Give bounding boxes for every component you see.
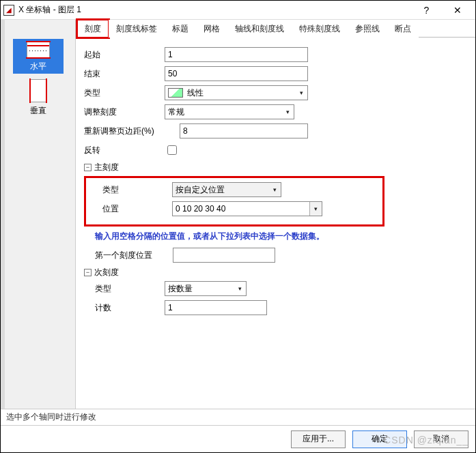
label-rescale-margin: 重新调整页边距(%) — [84, 126, 180, 137]
tab-grids[interactable]: 网格 — [196, 20, 227, 38]
chevron-down-icon: ▾ — [281, 105, 294, 119]
input-start[interactable] — [165, 47, 308, 62]
select-value: 按自定义位置 — [176, 184, 225, 196]
linear-preview-icon — [168, 88, 183, 98]
window-title: X 坐标轴 - 图层 1 — [18, 4, 81, 16]
axis-list: 水平 垂直 — [1, 20, 76, 409]
label-major-position: 位置 — [92, 203, 172, 215]
select-value: 线性 — [187, 87, 204, 99]
axis-thumb-vertical — [30, 79, 46, 102]
collapse-icon: − — [84, 269, 92, 276]
ok-button[interactable]: 确定 — [352, 430, 407, 448]
tab-label: 特殊刻度线 — [299, 24, 340, 33]
select-minor-type[interactable]: 按数量 ▾ — [165, 281, 247, 296]
input-rescale-margin[interactable] — [180, 123, 308, 138]
group-major-ticks-header[interactable]: − 主刻度 — [84, 162, 467, 173]
sidebar-item-vertical[interactable]: 垂直 — [13, 76, 64, 118]
input-end[interactable] — [165, 66, 308, 81]
footer-hint: 选中多个轴同时进行修改 — [6, 411, 96, 423]
tab-tick-labels[interactable]: 刻度线标签 — [109, 20, 165, 38]
button-label: 确定 — [372, 433, 388, 445]
label-rescale: 调整刻度 — [84, 106, 165, 118]
tab-title[interactable]: 标题 — [165, 20, 196, 38]
chevron-down-icon: ▾ — [268, 183, 281, 196]
label-minor-count: 计数 — [84, 302, 165, 314]
highlight-major-settings: 类型 按自定义位置 ▾ 位置 ▾ — [84, 176, 384, 227]
close-icon: ✕ — [453, 5, 462, 16]
tab-label: 断点 — [395, 24, 411, 33]
label-start: 起始 — [84, 49, 165, 61]
group-title: 主刻度 — [94, 162, 119, 173]
sidebar-item-horizontal[interactable]: 水平 — [13, 39, 64, 74]
sidebar-item-label: 垂直 — [13, 105, 64, 117]
chevron-down-icon[interactable]: ▾ — [309, 202, 322, 216]
select-scale-type[interactable]: 线性 ▾ — [165, 85, 308, 100]
hint-major-position: 输入用空格分隔的位置值，或者从下拉列表中选择一个数据集。 — [95, 231, 467, 242]
collapse-icon: − — [84, 164, 92, 171]
select-major-type[interactable]: 按自定义位置 ▾ — [172, 182, 281, 197]
group-minor-ticks-header[interactable]: − 次刻度 — [84, 267, 467, 278]
help-button[interactable]: ? — [411, 1, 442, 20]
label-reverse: 反转 — [84, 145, 165, 156]
close-button[interactable]: ✕ — [442, 1, 473, 20]
button-label: 应用于... — [303, 433, 334, 445]
combo-major-position[interactable]: ▾ — [172, 201, 322, 216]
tab-label: 刻度线标签 — [116, 24, 157, 33]
input-major-position[interactable] — [172, 201, 322, 216]
cancel-button[interactable]: 取消 — [414, 430, 468, 448]
tab-breaks[interactable]: 断点 — [387, 20, 419, 38]
tab-special-ticks[interactable]: 特殊刻度线 — [292, 20, 348, 38]
group-title: 次刻度 — [94, 267, 119, 278]
axis-thumb-horizontal — [27, 42, 50, 58]
select-value: 常规 — [168, 106, 184, 118]
sidebar-item-label: 水平 — [13, 61, 64, 72]
label-end: 结束 — [84, 68, 165, 80]
apply-to-button[interactable]: 应用于... — [291, 430, 346, 448]
tab-scale[interactable]: 刻度 — [77, 20, 109, 38]
tab-label: 网格 — [204, 24, 220, 33]
tab-label: 参照线 — [355, 24, 380, 33]
label-major-type: 类型 — [92, 184, 172, 196]
help-icon: ? — [424, 5, 430, 16]
input-first-tick[interactable] — [173, 248, 275, 263]
tab-label: 标题 — [172, 24, 188, 33]
chevron-down-icon: ▾ — [234, 282, 246, 295]
tab-label: 刻度 — [85, 24, 101, 33]
select-value: 按数量 — [168, 283, 193, 295]
select-rescale[interactable]: 常规 ▾ — [165, 104, 294, 119]
tab-bar: 刻度 刻度线标签 标题 网格 轴线和刻度线 特殊刻度线 参照线 断点 — [76, 20, 475, 38]
tab-line-ticks[interactable]: 轴线和刻度线 — [227, 20, 292, 38]
label-first-tick: 第一个刻度位置 — [84, 250, 173, 261]
tab-reference[interactable]: 参照线 — [348, 20, 387, 38]
label-minor-type: 类型 — [84, 283, 165, 295]
tab-label: 轴线和刻度线 — [235, 24, 284, 33]
app-icon: ◢ — [3, 5, 14, 16]
chevron-down-icon: ▾ — [295, 86, 307, 100]
checkbox-reverse[interactable] — [167, 145, 177, 155]
input-minor-count[interactable] — [165, 300, 267, 315]
label-type: 类型 — [84, 87, 165, 99]
button-label: 取消 — [433, 433, 449, 445]
